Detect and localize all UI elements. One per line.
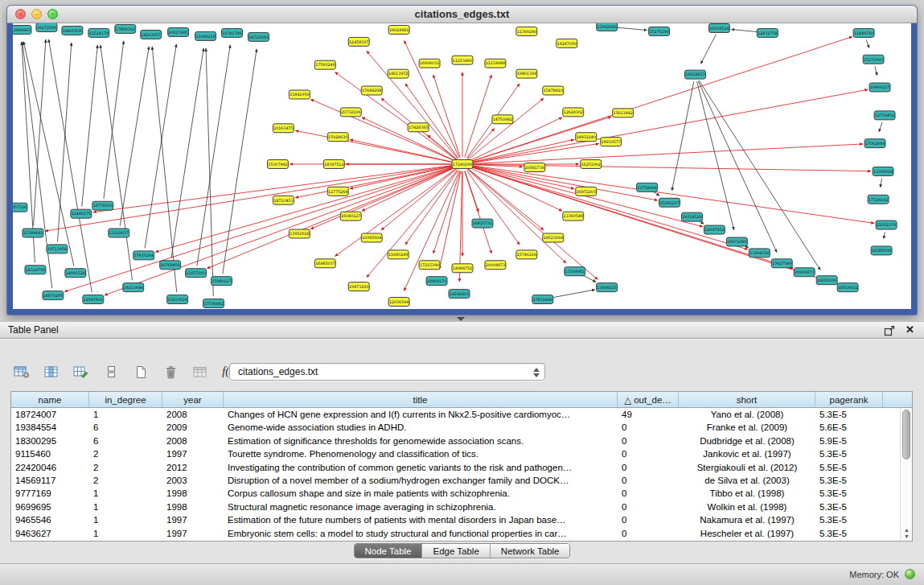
graph-node[interactable]: 12446275 bbox=[71, 209, 92, 218]
table-row[interactable]: 1456911722003Disruption of a novel membe… bbox=[11, 474, 912, 487]
graph-node[interactable]: 12775264 bbox=[327, 187, 348, 196]
graph-node[interactable]: 11842950 bbox=[289, 90, 310, 99]
graph-node[interactable]: 15172993 bbox=[863, 55, 884, 64]
graph-node[interactable]: 15389641 bbox=[23, 229, 43, 237]
graph-node[interactable]: 11942066 bbox=[597, 23, 618, 31]
graph-node[interactable]: 12624302 bbox=[563, 108, 584, 117]
graph-node[interactable]: 12036594 bbox=[388, 298, 409, 307]
tab-network-table[interactable]: Network Table bbox=[490, 544, 570, 558]
graph-node[interactable]: 15028630 bbox=[327, 133, 348, 142]
graph-node[interactable]: 20094873 bbox=[485, 261, 506, 270]
graph-node[interactable]: 15478410 bbox=[543, 86, 564, 95]
graph-node[interactable]: 20732106 bbox=[340, 108, 361, 117]
graph-node[interactable]: 19213644 bbox=[123, 283, 144, 292]
graph-node[interactable]: 14293057 bbox=[141, 30, 162, 39]
window-titlebar[interactable]: × − + citations_edges.txt bbox=[7, 6, 917, 23]
graph-node[interactable]: 20581736 bbox=[524, 163, 545, 172]
graph-node[interactable]: 15081297 bbox=[659, 198, 680, 207]
graph-node[interactable]: 12458307 bbox=[348, 37, 369, 46]
graph-node[interactable]: 14385609 bbox=[871, 246, 892, 255]
graph-node[interactable]: 17428365 bbox=[408, 123, 429, 132]
graph-node[interactable]: 21154988 bbox=[485, 59, 506, 68]
graph-node[interactable]: 15980217 bbox=[211, 277, 232, 286]
column-header-title[interactable]: title bbox=[224, 392, 618, 407]
column-header-pagerank[interactable]: pagerank bbox=[815, 392, 883, 407]
graph-node[interactable]: 17593246 bbox=[314, 60, 335, 69]
graph-node[interactable]: 13952618 bbox=[289, 229, 310, 238]
table-row[interactable]: 1872400712008Changes of HCN gene express… bbox=[11, 408, 912, 421]
graph-node[interactable]: 16172509 bbox=[36, 23, 57, 31]
graph-node[interactable]: 12547861 bbox=[83, 295, 104, 304]
graph-node[interactable]: 15275290 bbox=[649, 27, 670, 35]
graph-node[interactable]: 19024881 bbox=[388, 25, 409, 34]
graph-node[interactable]: 19861304 bbox=[516, 69, 537, 78]
graph-node[interactable]: 18425731 bbox=[472, 219, 493, 228]
column-header-year[interactable]: year bbox=[162, 392, 224, 407]
graph-node[interactable]: 19385604 bbox=[361, 233, 382, 242]
graph-node[interactable]: 16040127 bbox=[340, 212, 361, 220]
scrollbar-thumb[interactable] bbox=[902, 410, 910, 459]
graph-node[interactable]: 14283106 bbox=[816, 276, 837, 285]
graph-node[interactable]: 19405836 bbox=[62, 26, 83, 35]
graph-node[interactable]: 11849760 bbox=[853, 28, 874, 37]
graph-node[interactable]: 11528174 bbox=[88, 28, 109, 37]
graph-node[interactable]: 16381746 bbox=[222, 28, 243, 37]
table-columns-button[interactable] bbox=[41, 362, 62, 381]
graph-node[interactable]: 16971085 bbox=[726, 237, 747, 246]
graph-node[interactable]: 13203529 bbox=[167, 295, 188, 304]
graph-node[interactable]: 14750982 bbox=[492, 115, 513, 124]
table-row[interactable]: 911546021997Tourette syndrome. Phenomeno… bbox=[11, 447, 912, 460]
graph-node[interactable]: 18725093 bbox=[248, 32, 269, 41]
graph-node[interactable]: 18618833 bbox=[685, 70, 706, 79]
network-window[interactable]: × − + citations_edges.txt 17240299162519… bbox=[6, 5, 918, 315]
table-row[interactable]: 946362711997Embryonic stem cells: a mode… bbox=[11, 527, 912, 540]
graph-node[interactable]: 16778590 bbox=[92, 201, 113, 210]
graph-node[interactable]: 12647852 bbox=[704, 225, 725, 234]
graph-node[interactable]: 17215390 bbox=[419, 261, 440, 270]
table-edit-button[interactable] bbox=[71, 362, 92, 381]
graph-hub-node[interactable]: 17240299 bbox=[452, 160, 473, 169]
graph-node[interactable]: 18516432 bbox=[837, 283, 858, 292]
graph-node[interactable]: 19713058 bbox=[47, 245, 68, 253]
graph-node[interactable]: 15740216 bbox=[516, 250, 537, 259]
table-row[interactable]: 1830029562008Estimation of significance … bbox=[11, 435, 912, 447]
row-height-button[interactable] bbox=[101, 362, 121, 381]
graph-node[interactable]: 11253460 bbox=[452, 56, 473, 64]
graph-node[interactable]: 18710453 bbox=[273, 196, 294, 204]
graph-node[interactable]: 19314528 bbox=[682, 212, 703, 221]
column-header-short[interactable]: short bbox=[679, 392, 815, 407]
graph-node[interactable]: 14984752 bbox=[452, 264, 473, 273]
table-row[interactable]: 946554611997Estimation of the future num… bbox=[11, 513, 912, 526]
graph-node[interactable]: 17831449 bbox=[532, 295, 553, 304]
graph-node[interactable]: 17062684 bbox=[864, 139, 885, 148]
graph-node[interactable]: 17164981 bbox=[565, 267, 585, 276]
graph-node[interactable]: 20768491 bbox=[160, 261, 181, 270]
graph-node[interactable]: 18324756 bbox=[25, 266, 46, 274]
graph-node[interactable]: 19930577 bbox=[601, 138, 622, 146]
new-table-button[interactable] bbox=[130, 362, 151, 381]
graph-node[interactable]: 17536842 bbox=[203, 299, 224, 308]
scrollbar-arrows-icon[interactable]: ▲▼ bbox=[901, 527, 913, 540]
graph-node[interactable]: 15613842 bbox=[613, 109, 634, 117]
graph-node[interactable]: 13049218 bbox=[195, 31, 216, 40]
graph-node[interactable]: 14091528 bbox=[65, 269, 86, 278]
network-canvas[interactable]: 1724029916251902188322401262430215478410… bbox=[13, 23, 911, 309]
graph-node[interactable]: 15307982 bbox=[267, 160, 288, 169]
graph-node[interactable]: 14613972 bbox=[388, 69, 409, 78]
graph-node[interactable]: 17729142 bbox=[868, 195, 889, 204]
graph-node[interactable]: 11758064 bbox=[637, 183, 658, 192]
graph-node[interactable]: 16485037 bbox=[314, 259, 335, 268]
graph-node[interactable]: 16251902 bbox=[581, 160, 602, 169]
table-settings-button[interactable] bbox=[11, 362, 32, 381]
column-header-out_de[interactable]: △ out_de… bbox=[618, 392, 679, 407]
graph-node[interactable]: 21052376 bbox=[876, 220, 897, 229]
graph-node[interactable]: 18523094 bbox=[543, 233, 564, 242]
graph-node[interactable]: 18832240 bbox=[576, 133, 597, 142]
table-row[interactable]: 1938455462009Genome-wide association stu… bbox=[11, 421, 912, 434]
table-row[interactable]: 2242004622012Investigating the contribut… bbox=[11, 461, 912, 474]
graph-node[interactable]: 12840663 bbox=[13, 25, 31, 34]
graph-node[interactable]: 11369240 bbox=[516, 27, 537, 35]
graph-node[interactable]: 18397512 bbox=[323, 160, 344, 169]
graph-node[interactable]: 17435264 bbox=[133, 251, 154, 260]
tab-edge-table[interactable]: Edge Table bbox=[421, 544, 489, 558]
